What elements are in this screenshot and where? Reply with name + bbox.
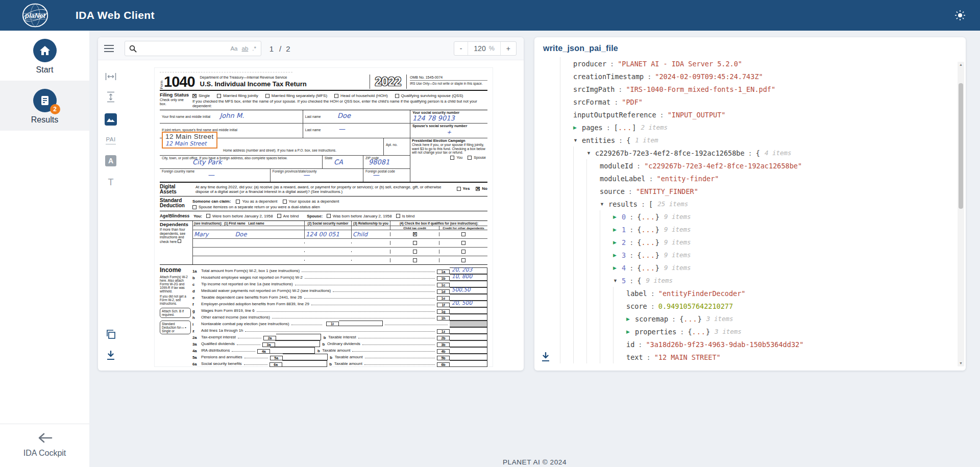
expand-arrow-icon[interactable]: ▶ <box>613 265 622 271</box>
income-value: 20, 203 <box>452 266 472 273</box>
json-separator: : <box>626 238 637 247</box>
json-brace: { <box>688 328 692 336</box>
regex-button[interactable]: .* <box>252 45 257 52</box>
json-separator: : <box>634 340 646 349</box>
json-brace: { <box>637 251 641 259</box>
filing-status-label: Filing Status <box>160 92 191 97</box>
ssn-label: Your social security number <box>412 111 485 114</box>
income-line: iNontaxable combat pay election (see ins… <box>192 320 487 327</box>
json-string-value: "IRS-1040-Form_mixed-fonts-1_EN.pdf" <box>626 85 775 93</box>
income-line-text: Wages from Form 8919, line 6 <box>201 308 255 313</box>
collapse-arrow-icon[interactable]: ▼ <box>573 138 582 143</box>
digital-assets-no-label: No <box>482 186 487 191</box>
indent-guide <box>573 146 586 159</box>
filing-option: Head of household (HOH) <box>334 93 388 98</box>
expand-arrow-icon[interactable]: ▶ <box>626 329 635 334</box>
indent-guide <box>573 300 586 312</box>
download-document-button[interactable] <box>106 351 115 360</box>
dep-rel-cell <box>351 242 390 243</box>
ab-spouse-blind-checkbox <box>396 214 400 218</box>
dep-rel-cell: Child <box>351 230 390 238</box>
json-tree: producer:"PLANET AI - IDA Server 5.2.0"c… <box>560 57 966 364</box>
sidebar-toggle-icon[interactable] <box>104 42 117 55</box>
dependents-margin-note: If more than four dependents, see instru… <box>160 228 185 243</box>
text-label: T <box>108 177 114 188</box>
indent-guide <box>613 325 626 338</box>
json-key: label <box>626 289 647 298</box>
sidebar-item-results[interactable]: 2Results <box>0 81 89 131</box>
expand-arrow-icon[interactable]: ▶ <box>613 227 622 232</box>
json-brace: { <box>679 315 683 323</box>
json-item-count: 25 items <box>657 200 688 208</box>
text-layer-button[interactable]: T <box>108 177 114 188</box>
json-row: ▶1:{...}9 items <box>560 223 966 236</box>
page-indicator: 1 / 2 <box>268 44 290 53</box>
dot-leaders <box>305 278 435 279</box>
indent-guide <box>586 325 600 338</box>
collapse-arrow-icon[interactable]: ▼ <box>586 151 595 156</box>
income-box-label: 1f <box>437 303 450 307</box>
campaign-spouse-label: Spouse <box>474 156 486 159</box>
copy-pages-button[interactable] <box>106 329 116 339</box>
download-icon <box>541 352 550 362</box>
expand-arrow-icon[interactable]: ▶ <box>613 214 622 219</box>
indent-guide <box>586 274 600 287</box>
expand-arrow-icon[interactable]: ▶ <box>626 316 635 322</box>
expand-arrow-icon[interactable]: ▶ <box>613 240 622 245</box>
theme-toggle-button[interactable] <box>951 7 969 24</box>
income-box-label: 1a <box>437 269 450 274</box>
income-box-label: 4b <box>437 349 450 354</box>
scroll-down-icon[interactable]: ▼ <box>958 360 964 366</box>
collapse-arrow-icon[interactable]: ▼ <box>613 278 622 283</box>
json-brace: } <box>655 251 659 259</box>
alpha-layer-button[interactable]: A <box>105 155 116 166</box>
pai-layer-button[interactable]: PAI <box>106 136 115 144</box>
json-scrollbar[interactable]: ▲ ▼ <box>958 62 964 366</box>
json-item-count: 9 items <box>646 277 673 284</box>
income-line-number: c <box>192 282 201 287</box>
json-key: producer <box>573 60 606 68</box>
dep-rel-cell <box>351 251 390 252</box>
indent-guide <box>600 210 613 223</box>
dependent-row: MaryDoe124 00 051Child <box>193 230 487 239</box>
income-box-label: 4a <box>257 349 270 354</box>
dep-other-cell <box>439 232 487 236</box>
expand-arrow-icon[interactable]: ▶ <box>573 125 582 130</box>
pdf-search-input[interactable] <box>140 45 227 53</box>
income-inline-box: 1i <box>326 322 339 326</box>
fit-height-button[interactable] <box>107 91 115 103</box>
income-line-number: e <box>192 296 201 300</box>
indent-guide <box>560 185 573 198</box>
indent-guide <box>600 338 613 351</box>
whole-word-button[interactable]: ab <box>241 45 249 52</box>
ab-spouse-blind-label: Is blind <box>402 214 415 218</box>
json-row: moduleLabel:"entity-finder" <box>560 172 966 185</box>
page-current-input[interactable]: 1 <box>268 44 275 53</box>
scrollbar-thumb[interactable] <box>959 83 963 209</box>
dep-col-last: Last name <box>248 222 264 225</box>
scroll-up-icon[interactable]: ▲ <box>958 62 964 68</box>
zoom-out-button[interactable]: - <box>454 42 468 55</box>
match-case-button[interactable]: Aa <box>230 45 238 52</box>
income-line-number: 1a <box>192 269 201 274</box>
ab-you-blind-label: Are blind <box>283 214 299 218</box>
sidebar-item-start[interactable]: Start <box>0 31 89 81</box>
collapse-arrow-icon[interactable]: ▼ <box>600 202 608 207</box>
filing-option-label: Married filing separately (MFS) <box>272 93 327 98</box>
json-separator: : <box>668 315 679 323</box>
json-separator: : <box>606 60 618 68</box>
expand-arrow-icon[interactable]: ▶ <box>613 253 622 258</box>
fit-width-button[interactable] <box>105 72 116 81</box>
sd-you-checkbox <box>236 200 240 204</box>
income-line-text: Total amount from Form(s) W-2, box 1 (se… <box>201 268 300 274</box>
zoom-in-button[interactable]: + <box>500 42 516 55</box>
image-view-button[interactable] <box>105 113 117 126</box>
sidebar-item-ida-cockpit[interactable]: IDA Cockpit <box>0 424 89 467</box>
download-json-button[interactable] <box>541 352 550 363</box>
json-key: srcImgPath <box>573 85 615 93</box>
json-ellipsis: ... <box>641 213 655 221</box>
income-note-1: Attach Form(s) W-2 here. Also attach For… <box>160 275 191 293</box>
income-value: 20, 500 <box>452 300 472 306</box>
json-item-count: 2 items <box>641 124 668 131</box>
income-line-number: 4a <box>192 349 201 353</box>
